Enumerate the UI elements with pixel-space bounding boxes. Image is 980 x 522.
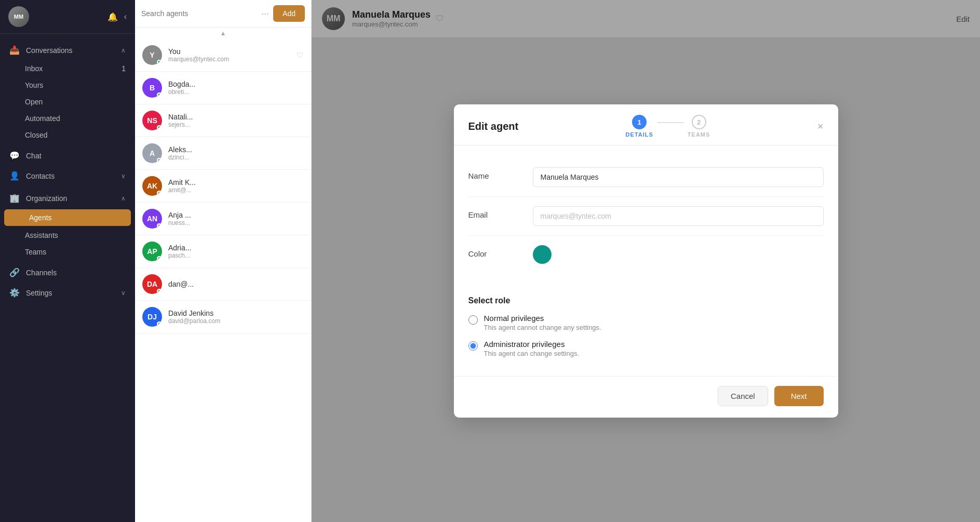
sidebar-item-organization[interactable]: 🏢 Organization ∧ (0, 188, 135, 208)
agent-info: Bogda... obreti... (168, 80, 304, 96)
agents-label: Agents (29, 213, 52, 222)
online-status (157, 125, 162, 130)
step-2-circle: 2 (692, 115, 706, 129)
agent-name: You (168, 47, 290, 56)
email-input[interactable] (533, 206, 824, 226)
sidebar-header-icons: 🔔 ‹ (108, 12, 127, 22)
sidebar-sub-inbox[interactable]: Inbox 1 (0, 60, 135, 77)
sidebar-sub-yours[interactable]: Yours (0, 77, 135, 93)
collapse-icon[interactable]: ‹ (124, 12, 127, 22)
agent-avatar: NS (142, 111, 162, 130)
sidebar-sub-automated[interactable]: Automated (0, 110, 135, 127)
sidebar-item-settings[interactable]: ⚙️ Settings ∨ (0, 283, 135, 303)
modal-stepper: 1 DETAILS 2 TEAMS (626, 115, 710, 138)
more-options-icon[interactable]: ··· (261, 8, 269, 19)
list-item[interactable]: Y You marques@tyntec.com 🛡 (135, 39, 311, 72)
agent-name: Anja ... (168, 211, 304, 219)
online-status (157, 191, 162, 195)
agent-avatar: DJ (142, 307, 162, 327)
list-item[interactable]: AP Adria... pasch... (135, 235, 311, 268)
agent-email: marques@tyntec.com (168, 56, 290, 63)
edit-agent-modal: Edit agent 1 DETAILS 2 TEAMS × (454, 104, 838, 418)
settings-label: Settings (26, 289, 115, 297)
admin-role-title: Administrator privileges (484, 340, 580, 349)
add-agent-button[interactable]: Add (273, 5, 305, 22)
agent-email: david@parloa.com (168, 317, 304, 325)
yours-label: Yours (25, 81, 43, 89)
agent-email: nuess... (168, 219, 304, 226)
cancel-button[interactable]: Cancel (718, 386, 768, 406)
agent-name: Aleks... (168, 145, 304, 154)
modal-footer: Cancel Next (454, 376, 838, 418)
step-1: 1 DETAILS (626, 115, 653, 138)
sidebar-sub-assistants[interactable]: Assistants (0, 227, 135, 244)
online-status (157, 92, 162, 97)
agent-email: obreti... (168, 88, 304, 96)
normal-role-title: Normal privileges (484, 314, 601, 323)
color-picker-button[interactable] (533, 245, 552, 264)
sidebar-item-chat[interactable]: 💬 Chat (0, 145, 135, 166)
online-status (157, 322, 162, 326)
teams-label: Teams (25, 248, 46, 256)
normal-role-radio[interactable] (468, 315, 478, 325)
agent-avatar: Y (142, 45, 162, 65)
list-item[interactable]: AN Anja ... nuess... (135, 203, 311, 235)
name-input[interactable] (533, 167, 824, 187)
agent-info: dan@... (168, 280, 304, 288)
scroll-indicator: ▲ (135, 28, 311, 39)
list-item[interactable]: AK Amit K... amit@... (135, 170, 311, 203)
agent-info: Adria... pasch... (168, 244, 304, 259)
list-item[interactable]: B Bogda... obreti... (135, 72, 311, 104)
agent-info: Anja ... nuess... (168, 211, 304, 226)
sidebar-item-conversations[interactable]: 📥 Conversations ∧ (0, 40, 135, 60)
admin-role-radio[interactable] (468, 341, 478, 351)
chat-icon: 💬 (9, 151, 20, 160)
settings-icon: ⚙️ (9, 288, 20, 298)
modal-close-button[interactable]: × (817, 121, 824, 132)
agent-email: amit@... (168, 186, 304, 194)
sidebar-sub-teams[interactable]: Teams (0, 244, 135, 260)
online-status (157, 223, 162, 228)
organization-label: Organization (26, 194, 115, 203)
conversations-chevron: ∧ (121, 47, 126, 54)
step-2-label: TEAMS (688, 131, 710, 138)
open-label: Open (25, 98, 43, 106)
normal-role-desc: This agent cannot change any settings. (484, 324, 601, 331)
sidebar-sub-agents[interactable]: Agents (4, 209, 131, 226)
channels-icon: 🔗 (9, 267, 20, 277)
step-2: 2 TEAMS (688, 115, 710, 138)
chat-label: Chat (26, 152, 126, 160)
agent-name: Amit K... (168, 178, 304, 186)
agent-info: Amit K... amit@... (168, 178, 304, 194)
contacts-chevron: ∨ (121, 172, 126, 180)
color-row: Color (468, 236, 824, 273)
agent-name: Bogda... (168, 80, 304, 88)
list-item[interactable]: NS Natali... sejers... (135, 104, 311, 137)
sidebar-sub-closed[interactable]: Closed (0, 127, 135, 143)
list-item[interactable]: DJ David Jenkins david@parloa.com (135, 301, 311, 333)
online-status (157, 60, 162, 64)
agent-info: Aleks... dzinci... (168, 145, 304, 161)
admin-role-desc: This agent can change settings. (484, 350, 580, 357)
shield-icon: 🛡 (297, 51, 304, 59)
scroll-up-icon: ▲ (220, 30, 226, 37)
agent-email: pasch... (168, 252, 304, 259)
list-item[interactable]: A Aleks... dzinci... (135, 137, 311, 170)
agent-info: You marques@tyntec.com (168, 47, 290, 63)
next-button[interactable]: Next (774, 386, 824, 406)
agent-email: sejers... (168, 121, 304, 128)
agents-panel: ··· Add ▲ Y You marques@tyntec.com 🛡 B (135, 0, 312, 522)
search-input[interactable] (141, 9, 257, 18)
notification-icon[interactable]: 🔔 (108, 12, 118, 22)
list-item[interactable]: DA dan@... (135, 268, 311, 301)
agent-avatar: AK (142, 176, 162, 196)
assistants-label: Assistants (25, 231, 58, 239)
sidebar-item-contacts[interactable]: 👤 Contacts ∨ (0, 166, 135, 186)
user-avatar[interactable]: MM (8, 6, 29, 27)
sidebar-sub-open[interactable]: Open (0, 93, 135, 110)
contacts-label: Contacts (26, 172, 115, 180)
agent-avatar: B (142, 78, 162, 98)
settings-chevron: ∨ (121, 289, 126, 297)
agent-name: Adria... (168, 244, 304, 252)
sidebar-item-channels[interactable]: 🔗 Channels (0, 262, 135, 283)
